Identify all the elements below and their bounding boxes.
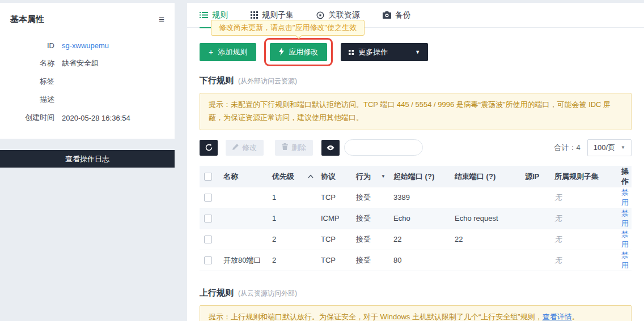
filter-down-icon[interactable]: ▼ xyxy=(381,174,385,179)
refresh-icon xyxy=(205,144,213,151)
section-subtitle: (从外部访问云资源) xyxy=(238,76,297,86)
upstream-notice: 提示：上行规则和端口默认放行。为保证安全，对于 Windows 主机默认限制了几… xyxy=(200,305,632,321)
disable-rule-link[interactable]: 禁用 xyxy=(621,187,630,208)
tab-backups[interactable]: 备份 xyxy=(383,3,411,28)
cell-action: 接受 xyxy=(351,192,389,203)
cell-port-start: 80 xyxy=(389,256,450,264)
cell-port-end: 22 xyxy=(450,235,520,243)
target-icon xyxy=(316,11,324,19)
dots-grid-icon xyxy=(349,48,354,57)
cell-subset: 无 xyxy=(550,192,617,203)
cell-port-start: 3389 xyxy=(389,193,450,202)
trash-icon xyxy=(282,143,288,152)
tab-label: 关联资源 xyxy=(328,10,360,20)
tooltip-caret xyxy=(295,32,302,38)
basic-properties-panel: 基本属性 ≡ ID sg-xwwupemu 名称 缺省安全组 标签 描述 创建时… xyxy=(0,3,175,139)
modify-button[interactable]: 修改 xyxy=(226,140,264,156)
header-action[interactable]: 行为▼ xyxy=(351,172,389,182)
cell-protocol: TCP xyxy=(316,193,351,202)
header-priority[interactable]: 优先级 xyxy=(268,172,316,182)
security-group-id-link[interactable]: sg-xwwupemu xyxy=(62,41,109,50)
notice-text: 提示：上行规则和端口默认放行。为保证安全，对于 Windows 主机默认限制了几… xyxy=(209,313,543,321)
notice-text: 提示：未配置的下行规则和端口默认拒绝访问。TCP 端口 445 / 5554 /… xyxy=(209,100,611,122)
cell-priority: 1 xyxy=(268,214,316,222)
plus-icon: + xyxy=(209,48,213,57)
camera-icon xyxy=(383,11,391,19)
security-group-detail-page: 基本属性 ≡ ID sg-xwwupemu 名称 缺省安全组 标签 描述 创建时… xyxy=(0,0,644,321)
header-port-start: 起始端口 (?) xyxy=(389,172,450,182)
add-rule-button[interactable]: + 添加规则 xyxy=(200,43,256,61)
disable-rule-link[interactable]: 禁用 xyxy=(621,208,630,229)
header-source-ip: 源IP xyxy=(520,172,550,182)
rules-card: 规则 规则子集 关联资源 备份 修改尚未更新，请点击"应用修改"使之生效 xyxy=(187,3,644,321)
disable-rule-link[interactable]: 禁用 xyxy=(621,229,630,250)
cell-port-start: Echo xyxy=(389,214,450,222)
button-label: 添加规则 xyxy=(218,47,247,57)
more-actions-button[interactable]: 更多操作 ▼ xyxy=(341,43,428,61)
lightning-icon xyxy=(279,48,284,57)
cell-protocol: ICMP xyxy=(316,214,351,222)
field-value: 2020-05-28 16:36:54 xyxy=(62,114,130,122)
row-checkbox[interactable] xyxy=(204,256,212,264)
field-label: 创建时间 xyxy=(0,113,54,123)
row-checkbox[interactable] xyxy=(204,215,212,222)
section-title: 上行规则 xyxy=(200,288,234,298)
property-row-name: 名称 缺省安全组 xyxy=(0,54,175,72)
button-label: 更多操作 xyxy=(358,47,388,57)
cell-priority: 2 xyxy=(268,256,316,264)
total-count: 合计：4 xyxy=(554,143,581,153)
property-row-description: 描述 xyxy=(0,91,175,109)
header-port-end: 结束端口 (?) xyxy=(450,172,520,182)
button-label: 修改 xyxy=(242,143,257,153)
cell-port-start: 22 xyxy=(389,235,450,243)
select-all-checkbox[interactable] xyxy=(204,173,212,181)
view-operation-logs-button[interactable]: 查看操作日志 xyxy=(0,150,175,168)
delete-button[interactable]: 删除 xyxy=(275,140,313,156)
property-list: ID sg-xwwupemu 名称 缺省安全组 标签 描述 创建时间 2020-… xyxy=(0,36,175,127)
panel-title: 基本属性 xyxy=(10,14,44,25)
button-label: 应用修改 xyxy=(289,47,318,57)
header-protocol: 协议 xyxy=(316,172,351,182)
section-subtitle: (从云资源访问外部) xyxy=(238,289,297,298)
section-title: 下行规则 xyxy=(200,75,234,86)
table-row: 1 ICMP 接受 Echo Echo request 无 禁用 xyxy=(200,208,632,229)
cell-protocol: TCP xyxy=(316,235,351,243)
row-checkbox[interactable] xyxy=(204,194,212,202)
field-label: 名称 xyxy=(0,58,54,69)
chevron-down-icon: ▼ xyxy=(415,49,420,55)
cell-subset: 无 xyxy=(550,213,617,224)
page-size-value: 100/页 xyxy=(594,143,615,153)
panel-menu-icon[interactable]: ≡ xyxy=(159,15,164,24)
tab-label: 备份 xyxy=(395,10,411,20)
list-icon xyxy=(200,11,208,19)
refresh-button[interactable] xyxy=(200,140,218,156)
cell-protocol: TCP xyxy=(316,256,351,264)
cell-name: 开放80端口 xyxy=(219,255,268,266)
action-button-row: + 添加规则 应用修改 更多操作 ▼ xyxy=(200,43,632,61)
eye-icon xyxy=(327,145,334,151)
apply-changes-button[interactable]: 应用修改 xyxy=(270,43,327,61)
disable-rule-link[interactable]: 禁用 xyxy=(621,250,630,271)
view-details-link[interactable]: 查看详情 xyxy=(543,313,572,321)
property-row-id: ID sg-xwwupemu xyxy=(0,36,175,54)
visibility-button[interactable] xyxy=(321,140,340,156)
row-checkbox[interactable] xyxy=(204,236,212,243)
downstream-notice: 提示：未配置的下行规则和端口默认拒绝访问。TCP 端口 445 / 5554 /… xyxy=(200,93,632,130)
sort-up-icon[interactable] xyxy=(308,174,313,178)
header-name: 名称 xyxy=(219,172,268,182)
table-row: 1 TCP 接受 3389 无 禁用 xyxy=(200,187,632,208)
header-checkbox-cell xyxy=(200,173,219,181)
page-size-select[interactable]: 100/页 ▼ xyxy=(587,139,632,156)
downstream-section-header: 下行规则 (从外部访问云资源) xyxy=(200,75,632,86)
cell-action: 接受 xyxy=(351,255,389,266)
apply-changes-tooltip: 修改尚未更新，请点击"应用修改"使之生效 xyxy=(211,20,365,36)
pencil-icon xyxy=(232,143,239,152)
search-input[interactable] xyxy=(344,139,423,156)
cell-priority: 1 xyxy=(268,193,316,202)
header-operation: 操作 xyxy=(617,166,632,187)
chevron-down-icon: ▼ xyxy=(621,145,625,150)
property-row-created: 创建时间 2020-05-28 16:36:54 xyxy=(0,109,175,127)
header-subset: 所属规则子集 xyxy=(550,172,617,182)
cell-port-end: Echo request xyxy=(450,214,520,222)
cell-action: 接受 xyxy=(351,213,389,224)
